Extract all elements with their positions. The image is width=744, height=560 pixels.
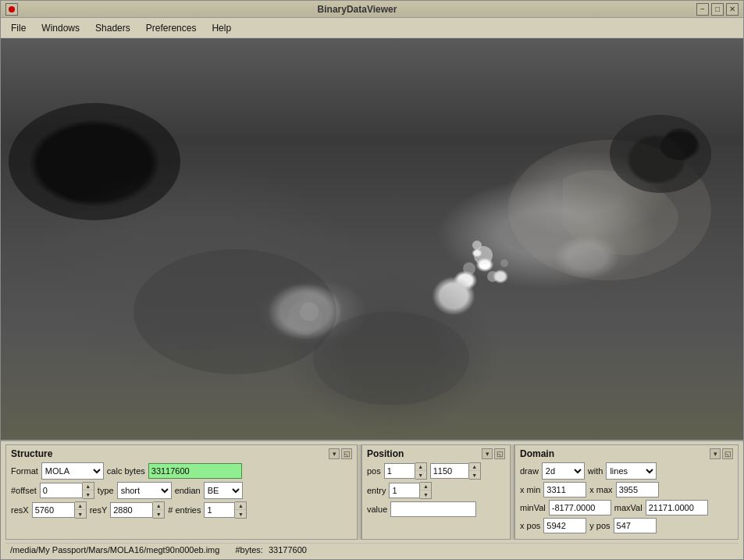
- entry-spin-btns: ▲ ▼: [420, 482, 432, 499]
- entry-spin-up[interactable]: ▲: [420, 483, 431, 490]
- maxval-input[interactable]: [646, 500, 708, 515]
- menu-help[interactable]: Help: [205, 20, 238, 37]
- resy-spin-down[interactable]: ▼: [153, 510, 164, 518]
- structure-icons: ▾ ◱: [329, 448, 352, 459]
- xmax-label: x max: [589, 485, 612, 494]
- bytes-text: #bytes: 33177600: [235, 545, 306, 555]
- type-select[interactable]: short: [117, 482, 172, 499]
- pos-max-spin-down[interactable]: ▼: [469, 471, 480, 479]
- offset-spin-down[interactable]: ▼: [83, 490, 94, 498]
- resx-spin-up[interactable]: ▲: [75, 502, 86, 510]
- draw-select[interactable]: 2d: [542, 462, 585, 480]
- mars-visualization: [1, 38, 743, 440]
- value-row: value: [367, 501, 505, 517]
- xmin-input[interactable]: [543, 482, 586, 498]
- offset-input[interactable]: [40, 483, 83, 498]
- minval-input[interactable]: [549, 500, 611, 515]
- structure-collapse-btn[interactable]: ▾: [329, 448, 340, 459]
- window-actions: − □ ✕: [696, 3, 739, 16]
- resx-spin-down[interactable]: ▼: [75, 510, 86, 518]
- entries-spin-down[interactable]: ▼: [235, 510, 246, 518]
- viewport[interactable]: [1, 38, 743, 440]
- minimize-button[interactable]: −: [696, 3, 709, 16]
- structure-title: Structure: [11, 448, 52, 459]
- menu-windows[interactable]: Windows: [34, 20, 87, 37]
- svg-point-11: [133, 249, 336, 374]
- format-row: Format MOLA calc bytes: [11, 462, 352, 480]
- xypos-row: x pos y pos: [520, 518, 733, 533]
- entry-spin-down[interactable]: ▼: [420, 490, 431, 498]
- title-bar: BinaryDataViewer − □ ✕: [1, 1, 743, 18]
- bottom-panel: Structure ▾ ◱ Format MOLA calc bytes: [1, 440, 743, 559]
- svg-point-12: [313, 312, 469, 405]
- value-input[interactable]: [390, 501, 476, 517]
- close-button[interactable]: ✕: [726, 3, 739, 16]
- resy-label: resY: [90, 505, 108, 515]
- structure-header: Structure ▾ ◱: [11, 448, 352, 459]
- menu-preferences[interactable]: Preferences: [139, 20, 204, 37]
- pos-max-input[interactable]: [430, 463, 469, 479]
- resy-spin-up[interactable]: ▲: [153, 502, 164, 510]
- window-controls: [5, 3, 18, 16]
- xpos-input[interactable]: [543, 518, 586, 533]
- xminmax-row: x min x max: [520, 482, 733, 498]
- pos-label: pos: [367, 466, 381, 476]
- svg-point-10: [660, 132, 700, 160]
- res-row: resX ▲ ▼ resY ▲ ▼: [11, 501, 352, 519]
- type-label: type: [98, 486, 114, 495]
- menu-bar: File Windows Shaders Preferences Help: [1, 18, 743, 38]
- structure-float-btn[interactable]: ◱: [341, 448, 352, 459]
- main-window: BinaryDataViewer − □ ✕ File Windows Shad…: [0, 0, 744, 560]
- svg-point-0: [9, 103, 180, 220]
- xmin-label: x min: [520, 485, 540, 494]
- window-title: BinaryDataViewer: [18, 4, 696, 15]
- entries-spin-up[interactable]: ▲: [235, 502, 246, 510]
- endian-label: endian: [175, 486, 201, 495]
- maxval-label: maxVal: [614, 503, 643, 512]
- resx-input[interactable]: [32, 502, 75, 518]
- xmax-input[interactable]: [616, 482, 659, 498]
- pos-spin: ▲ ▼: [384, 462, 427, 480]
- domain-header: Domain ▾ ◱: [520, 448, 733, 459]
- menu-shaders[interactable]: Shaders: [88, 20, 137, 37]
- resx-spin-btns: ▲ ▼: [75, 501, 87, 519]
- menu-file[interactable]: File: [4, 20, 33, 37]
- entry-label: entry: [367, 486, 386, 495]
- offset-label: #offset: [11, 486, 37, 495]
- svg-point-2: [463, 262, 475, 275]
- domain-icons: ▾ ◱: [710, 448, 733, 459]
- entries-label: # entries: [168, 505, 201, 515]
- domain-section: Domain ▾ ◱ draw 2d with lines: [514, 444, 739, 540]
- position-collapse-btn[interactable]: ▾: [482, 448, 493, 459]
- pos-spin-up[interactable]: ▲: [415, 463, 426, 471]
- pos-max-spin-btns: ▲ ▼: [469, 462, 481, 480]
- domain-collapse-btn[interactable]: ▾: [710, 448, 721, 459]
- pos-spin-down[interactable]: ▼: [415, 471, 426, 479]
- calc-bytes-input[interactable]: [148, 463, 242, 479]
- entries-spin: ▲ ▼: [204, 501, 247, 519]
- pos-input[interactable]: [384, 463, 415, 479]
- resy-input[interactable]: [110, 502, 153, 518]
- entries-input[interactable]: [204, 502, 235, 518]
- filepath-text: /media/My Passport/Mars/MOLA16/megt90n00…: [10, 545, 219, 555]
- pos-max-spin-up[interactable]: ▲: [469, 463, 480, 471]
- position-float-btn[interactable]: ◱: [494, 448, 505, 459]
- calc-bytes-label: calc bytes: [107, 466, 145, 476]
- format-select[interactable]: MOLA: [41, 462, 104, 480]
- traffic-light-close[interactable]: [5, 3, 18, 16]
- offset-spin-up[interactable]: ▲: [83, 483, 94, 490]
- endian-select[interactable]: BE: [204, 482, 243, 499]
- with-select[interactable]: lines: [606, 462, 657, 480]
- position-header: Position ▾ ◱: [367, 448, 505, 459]
- format-label: Format: [11, 466, 38, 476]
- entry-input[interactable]: [389, 483, 420, 498]
- with-label: with: [588, 466, 603, 476]
- ypos-input[interactable]: [614, 518, 657, 533]
- restore-button[interactable]: □: [711, 3, 724, 16]
- domain-title: Domain: [520, 448, 554, 459]
- xpos-label: x pos: [520, 521, 540, 530]
- position-icons: ▾ ◱: [482, 448, 505, 459]
- position-section: Position ▾ ◱ pos ▲ ▼: [361, 444, 510, 540]
- domain-float-btn[interactable]: ◱: [722, 448, 733, 459]
- status-bar: /media/My Passport/Mars/MOLA16/megt90n00…: [5, 543, 739, 556]
